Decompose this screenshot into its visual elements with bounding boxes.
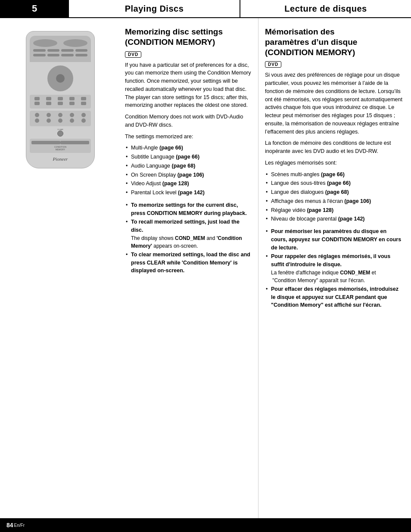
list-item: Pour mémoriser les paramètres du disque … [265, 227, 402, 252]
list-item: Audio Language (page 68) [125, 162, 252, 170]
remote-small-btn-round-5 [81, 113, 86, 117]
remote-small-btn-2 [46, 97, 51, 100]
list-item: Langue des dialogues (page 68) [265, 188, 402, 196]
remote-btn-bar-2 [47, 49, 60, 52]
remote-btn-bar-8 [75, 54, 88, 56]
remote-small-btn-8 [58, 102, 63, 105]
page-header: 5 Playing Discs Lecture de disques [0, 0, 411, 18]
remote-control: CLEAR CONDITIONMEMORY Pioneer [26, 31, 95, 168]
remote-wide-btn-1 [31, 141, 60, 144]
list-item: Affichage des menus à l'écran (page 106) [265, 197, 402, 205]
english-intro: If you have a particular set of preferen… [125, 61, 252, 110]
remote-image-column: CLEAR CONDITIONMEMORY Pioneer [0, 18, 121, 518]
remote-dpad-outer [47, 65, 73, 91]
main-content: CLEAR CONDITIONMEMORY Pioneer Memorizing… [0, 18, 411, 518]
remote-clear-btn [57, 131, 63, 137]
remote-dpad-area [30, 65, 91, 91]
list-item: Pour rappeler des réglages mémorisés, il… [265, 252, 402, 284]
list-item: Video Adjust (page 128) [125, 180, 252, 188]
list-item: Scènes multi-angles (page 66) [265, 171, 402, 179]
page-footer: 84 En/Fr [0, 518, 411, 532]
remote-small-btn-9 [69, 102, 75, 105]
remote-small-btn-round-6 [35, 118, 39, 123]
remote-small-row-3 [31, 113, 89, 117]
remote-btn-bar-7 [61, 54, 74, 56]
remote-top-section [30, 36, 91, 62]
english-settings-list: Multi-Angle (page 66) Subtitle Language … [125, 144, 252, 197]
remote-small-btn-6 [34, 102, 40, 105]
list-item: To clear memorized settings, load the di… [125, 251, 252, 275]
french-content-column: Mémorisation des paramètres d’un disque … [258, 18, 411, 518]
remote-btn-bar-6 [47, 54, 60, 56]
header-title-fr: Lecture de disques [240, 0, 411, 17]
remote-small-btn-10 [81, 102, 86, 105]
remote-section-1 [30, 95, 91, 109]
list-item: On Screen Display (page 106) [125, 171, 252, 179]
pioneer-brand-label: Pioneer [30, 156, 91, 162]
remote-wide-btn-2 [60, 141, 89, 144]
remote-btn-circle-2 [63, 39, 87, 47]
page-number-label: 5 [32, 3, 37, 14]
remote-small-btn-round-8 [58, 118, 62, 123]
french-settings-label: Les réglages mémorisés sont: [265, 159, 402, 167]
french-condition-note: La fonction de mémoire des conditions de… [265, 139, 402, 156]
remote-small-btn-round-2 [47, 113, 51, 117]
remote-small-btn-5 [81, 97, 86, 100]
remote-small-btn-3 [58, 97, 63, 100]
remote-small-btn-round-10 [81, 118, 86, 123]
remote-small-row-2 [31, 102, 89, 105]
remote-small-btn-4 [69, 97, 75, 100]
list-item: Niveau de blocage parental (page 142) [265, 215, 402, 223]
list-item: To memorize settings for the current dis… [125, 201, 252, 218]
remote-small-btn-round-1 [35, 113, 39, 117]
remote-section-2 [30, 111, 91, 126]
french-intro: Si vous avez des préférences de réglage … [265, 71, 402, 136]
remote-small-row-1 [31, 97, 89, 100]
french-dvd-badge: DVD [265, 61, 281, 68]
remote-small-btn-1 [34, 97, 40, 100]
condition-memory-label: CONDITIONMEMORY [31, 146, 89, 151]
english-dvd-badge: DVD [125, 51, 141, 58]
list-item: Multi-Angle (page 66) [125, 144, 252, 152]
remote-small-row-4 [31, 118, 89, 123]
remote-btn-circle-1 [33, 39, 57, 47]
french-section-title: Mémorisation des paramètres d’un disque … [265, 27, 402, 57]
remote-btn-bar-3 [61, 49, 74, 52]
remote-small-btn-round-4 [70, 113, 74, 117]
remote-btn-bar-4 [75, 49, 88, 52]
english-settings-label: The settings memorized are: [125, 133, 252, 141]
list-item: To recall memorized settings, just load … [125, 218, 252, 250]
list-item: Subtitle Language (page 66) [125, 153, 252, 161]
header-title-en: Playing Discs [69, 0, 240, 17]
remote-btn-bar-5 [33, 54, 46, 56]
remote-dpad-inner [56, 74, 65, 83]
footer-language: En/Fr [14, 523, 25, 528]
remote-small-btn-round-9 [70, 118, 74, 123]
english-content-column: Memorizing disc settings (CONDITION MEMO… [121, 18, 258, 518]
list-item: Pour effacer des réglages mémorisés, int… [265, 285, 402, 309]
english-condition-note: Condition Memory does not work with DVD-… [125, 113, 252, 129]
remote-btn-bar-1 [33, 49, 46, 52]
page-number-header: 5 [0, 0, 69, 17]
footer-page-number: 84 [6, 522, 13, 529]
list-item: Parental Lock level (page 142) [125, 189, 252, 197]
list-item: Langue des sous-titres (page 66) [265, 179, 402, 187]
english-section-title: Memorizing disc settings (CONDITION MEMO… [125, 27, 252, 47]
remote-clear-area: CLEAR [30, 128, 91, 137]
remote-small-btn-round-7 [47, 118, 51, 123]
french-settings-list: Scènes multi-angles (page 66) Langue des… [265, 171, 402, 224]
remote-small-btn-7 [46, 102, 51, 105]
english-instructions-list: To memorize settings for the current dis… [125, 201, 252, 275]
remote-section-3: CONDITIONMEMORY [30, 139, 91, 153]
list-item: Réglage vidéo (page 128) [265, 206, 402, 215]
remote-small-row-5 [31, 141, 89, 144]
remote-row-3 [32, 54, 88, 56]
remote-row-1 [32, 39, 88, 47]
french-instructions-list: Pour mémoriser les paramètres du disque … [265, 227, 402, 309]
remote-small-btn-round-3 [58, 113, 62, 117]
remote-row-2 [32, 49, 88, 52]
